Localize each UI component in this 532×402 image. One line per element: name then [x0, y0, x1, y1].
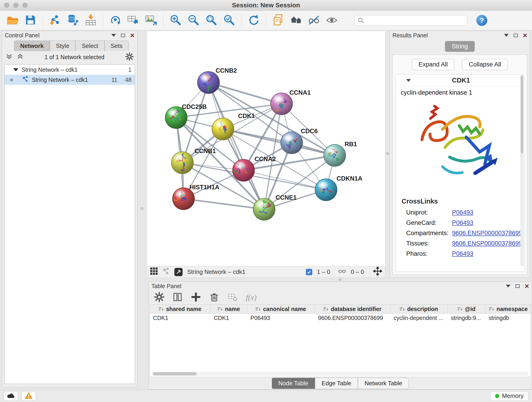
hide-labels-button[interactable]	[305, 12, 323, 28]
import-table-icon	[85, 14, 97, 27]
close-panel-icon[interactable]: ×	[525, 284, 529, 288]
import-table-from-file-button[interactable]	[82, 12, 100, 28]
cell-id[interactable]: stringdb:9...	[448, 313, 486, 323]
fit-selected-crosshair-icon[interactable]	[373, 267, 382, 277]
open-in-new-window-icon[interactable]	[174, 268, 183, 276]
close-panel-icon[interactable]: ×	[130, 33, 134, 38]
cloud-status-button[interactable]	[4, 391, 18, 401]
cell-database-identifier[interactable]: 9606.ENSP00000378699	[315, 313, 390, 323]
string-home-button[interactable]	[287, 12, 305, 28]
cell-namespace[interactable]: stringdb	[486, 313, 531, 323]
results-tab-string[interactable]: String	[445, 41, 475, 52]
cell-name[interactable]: CDK1	[210, 313, 247, 323]
share-network-icon[interactable]	[162, 268, 170, 276]
selected-items-checkbox-icon[interactable]	[306, 269, 312, 275]
crosslink-value-link[interactable]: P06493	[452, 250, 473, 257]
show-columns-icon[interactable]	[172, 292, 183, 303]
crosslink-value-link[interactable]: 9606.ENSP00000378699	[452, 230, 522, 237]
apply-layout-button[interactable]	[245, 12, 263, 28]
table-options-gear-icon[interactable]	[154, 292, 164, 303]
network-canvas[interactable]: CCNB2CCNA1CDC25BCDK1CDC6RB1CCNB1CCNA2CDK…	[147, 31, 385, 266]
copy-document-button[interactable]	[269, 12, 287, 28]
zoom-out-button[interactable]	[184, 12, 202, 28]
export-image-button[interactable]	[142, 12, 160, 28]
control-panel-tabs: Network Style Select Sets	[14, 41, 137, 51]
cell-shared-name[interactable]: CDK1	[150, 313, 210, 323]
collapse-protein-icon[interactable]	[406, 79, 411, 82]
column-header[interactable]: name	[210, 305, 247, 313]
tab-node-table[interactable]: Node Table	[272, 378, 315, 389]
graph-node-label-CDC6: CDC6	[301, 128, 318, 134]
import-network-from-file-button[interactable]	[46, 12, 64, 28]
table-horizontal-scrollbar[interactable]	[152, 372, 529, 376]
tab-style[interactable]: Style	[50, 41, 76, 51]
zoom-fit-button[interactable]	[202, 12, 220, 28]
panel-menu-icon[interactable]	[506, 285, 510, 287]
show-view-button[interactable]	[323, 12, 341, 28]
graph-node-label-CCNA1: CCNA1	[289, 89, 311, 96]
add-column-icon[interactable]	[191, 292, 201, 303]
panel-menu-icon[interactable]	[111, 34, 116, 37]
collapse-all-button[interactable]: Collapse All	[462, 59, 508, 70]
help-button[interactable]: ?	[476, 15, 487, 26]
expand-all-button[interactable]: Expand All	[412, 59, 455, 70]
birdseye-grid-icon[interactable]	[150, 267, 158, 277]
tab-select[interactable]: Select	[75, 41, 104, 51]
new-network-button[interactable]	[106, 12, 124, 28]
table-header-row: shared name name canonical name database…	[150, 305, 531, 313]
float-panel-icon[interactable]	[515, 284, 520, 288]
column-header[interactable]: description	[390, 305, 448, 313]
column-header[interactable]: shared name	[150, 305, 210, 313]
network-collection-row[interactable]: String Network – cdk1 1	[5, 65, 135, 75]
table-row[interactable]: CDK1 CDK1 P06493 9606.ENSP00000378699 cy…	[150, 313, 531, 323]
delete-column-trash-icon[interactable]	[209, 292, 219, 303]
import-network-from-database-button[interactable]	[64, 12, 82, 28]
warnings-button[interactable]	[22, 391, 36, 401]
cell-canonical-name[interactable]: P06493	[247, 313, 315, 323]
save-floppy-icon	[24, 14, 37, 27]
right-splitter-handle[interactable]	[386, 152, 389, 155]
cell-description[interactable]: cyclin-dependent ...	[390, 313, 448, 323]
column-header[interactable]: database identifier	[315, 305, 390, 313]
crosslink-value-link[interactable]: 9606.ENSP00000378699	[452, 240, 522, 247]
float-panel-icon[interactable]	[514, 34, 518, 37]
tab-network-table[interactable]: Network Table	[358, 378, 409, 389]
results-scrollbar[interactable]	[520, 75, 524, 266]
column-header[interactable]: canonical name	[247, 305, 315, 313]
open-session-button[interactable]	[4, 12, 22, 28]
crosslink-value-link[interactable]: P06493	[452, 209, 473, 216]
memory-button[interactable]: Memory	[490, 391, 528, 401]
close-panel-icon[interactable]: ×	[523, 33, 527, 38]
network-options-gear-icon[interactable]	[125, 52, 133, 62]
float-panel-icon[interactable]	[121, 34, 125, 37]
tab-edge-table[interactable]: Edge Table	[315, 378, 358, 389]
hidden-items-glasses-icon[interactable]	[338, 268, 346, 276]
disclosure-triangle-icon[interactable]	[13, 68, 18, 71]
column-header[interactable]: @id	[448, 305, 486, 313]
zoom-in-button[interactable]	[167, 12, 184, 28]
window-titlebar: Session: New Session	[0, 0, 532, 11]
network-view-footer: String Network – cdk1 1 – 0 0 – 0	[147, 266, 385, 278]
function-builder-icon: f(x)	[246, 293, 257, 302]
save-session-button[interactable]	[22, 12, 39, 28]
network-row[interactable]: String Network – cdk1 11 48	[5, 75, 135, 85]
expand-all-networks-icon[interactable]	[17, 54, 24, 61]
horizontal-splitter-handle[interactable]	[339, 278, 341, 281]
collapse-all-networks-icon[interactable]	[6, 54, 13, 61]
control-panel: Control Panel × Network Style Select Set…	[2, 31, 138, 387]
graph-node-label-CDK1: CDK1	[238, 113, 255, 119]
vertical-splitter-handle[interactable]	[141, 207, 143, 210]
memory-label: Memory	[502, 392, 524, 400]
toolbar-separator	[241, 14, 241, 27]
export-table-button[interactable]	[124, 12, 142, 28]
panel-menu-icon[interactable]	[504, 34, 509, 37]
tab-sets[interactable]: Sets	[104, 41, 129, 51]
tab-network[interactable]: Network	[14, 41, 50, 51]
network-graph[interactable]: CCNB2CCNA1CDC25BCDK1CDC6RB1CCNB1CCNA2CDK…	[147, 31, 385, 266]
zoom-selected-button[interactable]	[220, 12, 238, 28]
column-header[interactable]: namespace	[486, 305, 531, 313]
main-toolbar: ?	[0, 11, 532, 30]
toolbar-search-input[interactable]	[355, 15, 467, 26]
toolbar-separator	[103, 14, 103, 27]
crosslink-value-link[interactable]: P06493	[452, 219, 473, 226]
